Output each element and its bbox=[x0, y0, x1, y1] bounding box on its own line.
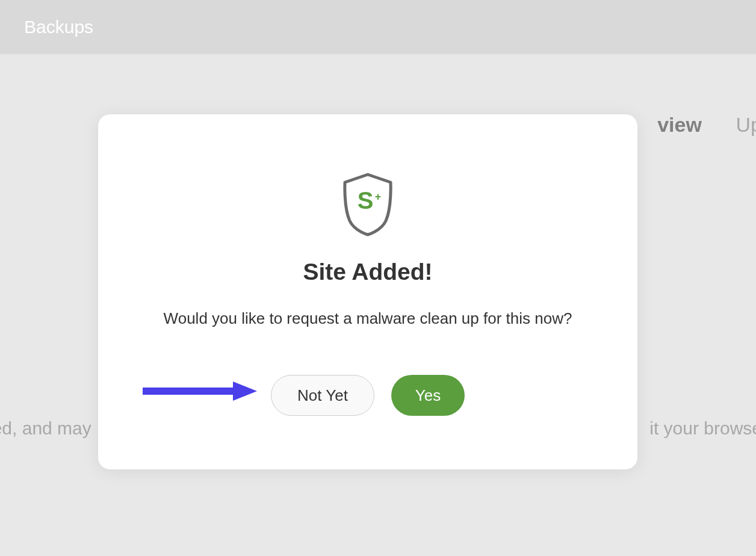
svg-text:S: S bbox=[358, 187, 374, 214]
button-row: Not Yet Yes bbox=[271, 375, 465, 416]
page-title: Backups bbox=[24, 17, 93, 37]
background-tab-text: view Up bbox=[657, 113, 756, 137]
modal-title: Site Added! bbox=[303, 259, 432, 285]
header-bar: Backups bbox=[0, 0, 756, 54]
site-added-modal: S + Site Added! Would you like to reques… bbox=[98, 114, 637, 469]
modal-subtitle: Would you like to request a malware clea… bbox=[164, 309, 572, 328]
not-yet-button[interactable]: Not Yet bbox=[271, 375, 374, 416]
svg-text:+: + bbox=[375, 191, 382, 203]
shield-icon: S + bbox=[338, 171, 398, 238]
yes-button[interactable]: Yes bbox=[391, 375, 465, 416]
